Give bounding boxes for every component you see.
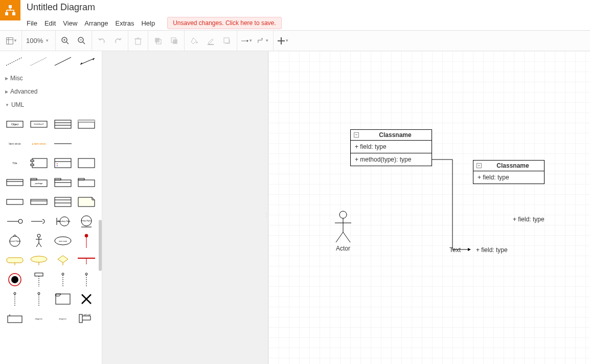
floating-field-1[interactable]: + field: type	[513, 216, 544, 223]
waypoints-icon[interactable]: ▼	[258, 35, 269, 47]
uml-frame-2[interactable]	[53, 291, 73, 307]
svg-line-28	[55, 57, 71, 65]
uml-diagram[interactable]: diagram	[29, 311, 49, 326]
uml-usecase[interactable]: use case	[53, 233, 73, 248]
shadow-icon[interactable]	[221, 35, 233, 47]
uml-class-5[interactable]	[53, 194, 73, 210]
zoom-level[interactable]: 100% ▼	[26, 37, 51, 44]
svg-rect-3	[7, 37, 13, 44]
uml-provided-interface[interactable]	[5, 214, 25, 229]
shape-dashed-line[interactable]	[4, 54, 25, 69]
uml-title[interactable]: Title	[5, 155, 25, 171]
menu-edit[interactable]: Edit	[44, 19, 56, 27]
svg-line-11	[83, 42, 85, 44]
svg-point-20	[196, 41, 198, 43]
uml-item-2[interactable]: ● item struct	[29, 136, 49, 151]
shape-bidir-arrow[interactable]	[77, 54, 98, 69]
menu-help[interactable]: Help	[141, 19, 155, 27]
uml-lifeline-dot[interactable]	[53, 272, 73, 287]
actor[interactable]: Actor	[333, 211, 353, 252]
collapse-icon[interactable]: −	[354, 132, 359, 138]
redo-icon[interactable]	[112, 35, 124, 47]
uml-component[interactable]	[29, 155, 49, 171]
delete-icon[interactable]	[132, 35, 144, 47]
uml-self-call[interactable]: self call	[77, 311, 96, 326]
uml-package-2[interactable]	[53, 175, 73, 190]
uml-entity-object[interactable]: Entity Object	[77, 214, 96, 229]
uml-final[interactable]	[5, 272, 25, 287]
uml-required-interface[interactable]	[29, 214, 49, 229]
svg-rect-59	[7, 199, 23, 204]
zoom-in-icon[interactable]	[60, 35, 71, 47]
class1-method[interactable]: + method(type): type	[351, 153, 432, 166]
app-logo[interactable]	[0, 0, 20, 20]
menu-view[interactable]: View	[63, 19, 77, 27]
uml-class-2[interactable]: −Classname + field: type	[473, 160, 544, 184]
uml-lifeline-2[interactable]	[29, 291, 49, 307]
uml-control-object[interactable]: Control Object	[5, 233, 25, 248]
insert-icon[interactable]: ▼	[278, 35, 289, 47]
class2-name: Classname	[485, 162, 541, 169]
uml-object[interactable]: Object	[5, 117, 25, 132]
svg-text:■: ■	[57, 165, 58, 167]
uml-spacer[interactable]	[77, 136, 96, 151]
uml-frame[interactable]	[77, 155, 96, 171]
zoom-out-icon[interactable]	[76, 35, 87, 47]
menu-arrange[interactable]: Arrange	[84, 19, 108, 27]
uml-destroy[interactable]	[77, 291, 96, 307]
svg-rect-62	[55, 197, 71, 207]
uml-rect-2[interactable]	[29, 194, 49, 210]
uml-package[interactable]: package	[29, 175, 49, 190]
fill-color-icon[interactable]	[189, 35, 200, 47]
floating-field-2[interactable]: + field: type	[476, 246, 508, 254]
view-grid-icon[interactable]: ▼	[6, 35, 17, 47]
uml-fork[interactable]	[77, 253, 96, 268]
svg-line-29	[80, 58, 95, 64]
uml-diagram-2[interactable]: diagram	[53, 311, 73, 326]
uml-class-4[interactable]	[77, 117, 96, 132]
line-color-icon[interactable]	[205, 35, 216, 47]
to-back-icon[interactable]	[169, 35, 180, 47]
category-advanced[interactable]: ▶Advanced	[0, 85, 102, 98]
connection-icon[interactable]: ▼	[241, 35, 253, 47]
undo-icon[interactable]	[96, 35, 107, 47]
uml-constraint[interactable]	[5, 311, 25, 326]
to-front-icon[interactable]	[152, 35, 164, 47]
class1-field[interactable]: + field: type	[351, 141, 432, 153]
menu-file[interactable]: File	[27, 19, 37, 27]
uml-activity[interactable]	[5, 253, 25, 268]
sidebar-scrollbar[interactable]	[99, 220, 102, 271]
class2-field[interactable]: + field: type	[473, 171, 544, 184]
uml-boundary-object[interactable]: Boundary Object	[53, 214, 73, 229]
uml-decision[interactable]	[53, 253, 73, 268]
uml-item-1[interactable]: Item struct	[5, 136, 25, 151]
canvas[interactable]: −Classname + field: type + method(type):…	[268, 51, 590, 364]
uml-class-1[interactable]: −Classname + field: type + method(type):…	[350, 129, 432, 166]
svg-text:Control Object: Control Object	[9, 240, 20, 242]
uml-class-3[interactable]	[53, 117, 73, 132]
category-uml[interactable]: ▼UML	[0, 98, 102, 111]
collapse-icon[interactable]: −	[476, 163, 482, 168]
document-title[interactable]: Untitled Diagram	[27, 2, 282, 13]
uml-block[interactable]	[5, 175, 25, 190]
uml-divider[interactable]	[53, 136, 73, 151]
uml-class-colored[interactable]: ■■	[53, 155, 73, 171]
uml-rect-1[interactable]	[5, 194, 25, 210]
uml-activity-wide[interactable]	[29, 253, 49, 268]
uml-actor[interactable]	[29, 233, 49, 248]
uml-interface[interactable]: «interface»	[29, 117, 49, 132]
category-misc[interactable]: ▶Misc	[0, 72, 102, 85]
menu-extras[interactable]: Extras	[116, 19, 134, 27]
edge-1-label[interactable]: Text	[449, 246, 461, 254]
edge-1[interactable]	[432, 159, 472, 251]
save-warning[interactable]: Unsaved changes. Click here to save.	[167, 17, 281, 29]
uml-lifeline-circle[interactable]	[77, 272, 96, 287]
uml-lifeline-head[interactable]	[29, 272, 49, 287]
uml-lifeline-start[interactable]	[77, 233, 96, 248]
uml-lifeline-plain[interactable]	[5, 291, 25, 307]
shape-dotted-line[interactable]	[29, 54, 49, 69]
uml-note[interactable]	[77, 194, 96, 210]
shape-line[interactable]	[53, 54, 74, 69]
uml-package-3[interactable]	[77, 175, 96, 190]
svg-point-88	[31, 256, 47, 262]
